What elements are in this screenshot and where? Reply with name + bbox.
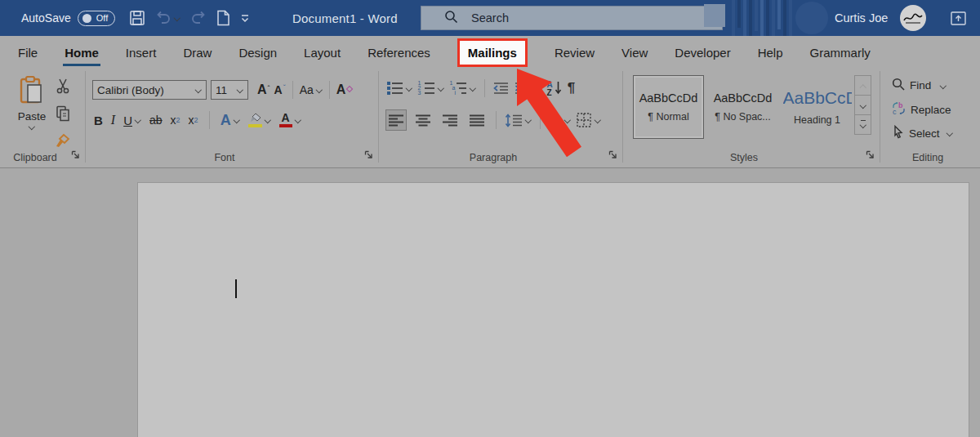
eraser-diamond-icon bbox=[346, 86, 353, 92]
tab-help[interactable]: Help bbox=[758, 36, 783, 69]
autosave-control: AutoSave Off bbox=[21, 0, 115, 36]
paste-icon bbox=[18, 76, 46, 109]
tab-developer[interactable]: Developer bbox=[675, 36, 730, 69]
user-name[interactable]: Curtis Joe bbox=[835, 0, 888, 36]
group-clipboard: Paste bbox=[0, 69, 85, 167]
sort-button[interactable]: A Z bbox=[547, 81, 562, 96]
search-icon bbox=[444, 10, 458, 27]
underline-button[interactable]: U bbox=[123, 114, 141, 127]
shading-bucket-icon bbox=[549, 114, 562, 127]
tab-mailings[interactable]: Mailings bbox=[457, 38, 528, 67]
redo-icon bbox=[190, 11, 207, 25]
save-icon[interactable] bbox=[129, 10, 145, 26]
tab-draw[interactable]: Draw bbox=[183, 36, 212, 69]
tab-insert[interactable]: Insert bbox=[126, 36, 157, 69]
align-right-button[interactable] bbox=[439, 109, 461, 131]
strikethrough-button[interactable]: ab bbox=[149, 114, 163, 127]
paragraph-dialog-launcher-icon[interactable] bbox=[608, 148, 617, 163]
align-left-button[interactable] bbox=[385, 109, 407, 131]
styles-dialog-launcher-icon[interactable] bbox=[866, 148, 875, 163]
group-font: Calibri (Body) 11 Aˆ Aˇ Aa A B bbox=[86, 69, 378, 167]
document-page[interactable] bbox=[137, 182, 969, 437]
tab-file[interactable]: File bbox=[18, 36, 38, 69]
paste-button[interactable]: Paste bbox=[13, 76, 51, 129]
text-highlight-button[interactable] bbox=[248, 113, 271, 127]
font-color-red-bar bbox=[279, 124, 292, 127]
font-color-button[interactable]: A bbox=[279, 113, 301, 127]
font-family-select[interactable]: Calibri (Body) bbox=[92, 80, 207, 100]
ribbon-display-options-icon[interactable] bbox=[951, 0, 966, 36]
styles-scroll-up-icon[interactable] bbox=[854, 75, 871, 96]
tab-design[interactable]: Design bbox=[238, 36, 277, 69]
highlighter-icon bbox=[248, 113, 262, 127]
paste-dropdown-icon[interactable] bbox=[29, 124, 35, 129]
italic-button[interactable]: I bbox=[111, 113, 115, 127]
font-size-select[interactable]: 11 bbox=[211, 80, 248, 100]
clipboard-group-label: Clipboard bbox=[0, 152, 70, 163]
clipboard-dialog-launcher-icon[interactable] bbox=[71, 148, 80, 163]
svg-text:c: c bbox=[893, 108, 897, 115]
style-card-heading1[interactable]: AaBbCcDd Heading 1 bbox=[782, 75, 853, 139]
editing-group-label: Editing bbox=[880, 152, 975, 163]
quick-access-toolbar bbox=[129, 0, 250, 36]
grow-font-button[interactable]: Aˆ bbox=[257, 82, 270, 97]
ribbon-tab-row: File Home Insert Draw Design Layout Refe… bbox=[0, 36, 980, 69]
bold-button[interactable]: B bbox=[94, 114, 103, 127]
tab-references[interactable]: References bbox=[368, 36, 430, 69]
tab-grammarly[interactable]: Grammarly bbox=[810, 36, 871, 69]
superscript-button[interactable]: x2 bbox=[189, 114, 198, 127]
bullets-icon bbox=[387, 82, 403, 95]
chevron-down-icon bbox=[195, 87, 202, 92]
styles-scroll-down-icon[interactable] bbox=[854, 95, 871, 115]
customize-toolbar-icon[interactable] bbox=[240, 14, 250, 23]
change-case-button[interactable]: Aa bbox=[300, 83, 323, 96]
group-styles: AaBbCcDd ¶ Normal AaBbCcDd ¶ No Spac... … bbox=[623, 69, 880, 167]
chevron-down-icon bbox=[237, 87, 243, 92]
chevron-down-icon bbox=[947, 131, 953, 136]
numbering-button[interactable]: 1 2 3 bbox=[418, 82, 444, 95]
shading-button[interactable] bbox=[549, 114, 571, 127]
tab-home[interactable]: Home bbox=[65, 36, 99, 69]
style-card-no-spacing[interactable]: AaBbCcDd ¶ No Spac... bbox=[707, 75, 778, 139]
chevron-down-icon bbox=[939, 83, 946, 88]
find-button[interactable]: Find bbox=[892, 78, 946, 93]
font-dialog-launcher-icon[interactable] bbox=[364, 148, 373, 163]
tab-review[interactable]: Review bbox=[555, 36, 595, 69]
cut-icon[interactable] bbox=[55, 78, 71, 97]
group-editing: Find b c Replace Selec bbox=[880, 69, 975, 167]
select-cursor-icon bbox=[892, 125, 904, 141]
format-painter-icon[interactable] bbox=[54, 133, 72, 153]
bullets-button[interactable] bbox=[387, 82, 412, 95]
font-size-value: 11 bbox=[216, 84, 227, 96]
shrink-font-button[interactable]: Aˇ bbox=[274, 83, 286, 96]
select-button[interactable]: Select bbox=[892, 125, 953, 141]
subscript-button[interactable]: x2 bbox=[171, 114, 180, 127]
align-center-button[interactable] bbox=[412, 109, 434, 131]
title-bar: AutoSave Off bbox=[0, 0, 980, 36]
text-effects-button[interactable]: A bbox=[220, 112, 240, 129]
find-icon bbox=[892, 78, 905, 93]
search-input[interactable]: Search bbox=[421, 6, 723, 30]
styles-group-label: Styles bbox=[623, 152, 865, 163]
tab-view[interactable]: View bbox=[621, 36, 648, 69]
font-group-label: Font bbox=[86, 152, 363, 163]
clear-formatting-button[interactable]: A bbox=[336, 82, 353, 97]
avatar[interactable] bbox=[900, 5, 926, 31]
line-spacing-button[interactable] bbox=[505, 114, 532, 127]
new-document-icon[interactable] bbox=[216, 10, 230, 26]
search-placeholder: Search bbox=[471, 11, 509, 25]
show-paragraph-marks-button[interactable]: ¶ bbox=[568, 80, 575, 96]
document-title: Document1 - Word bbox=[292, 0, 398, 36]
increase-indent-button[interactable] bbox=[514, 82, 530, 95]
text-cursor bbox=[235, 279, 237, 298]
multilevel-list-button[interactable]: 1 a i bbox=[450, 82, 476, 95]
style-card-normal[interactable]: AaBbCcDd ¶ Normal bbox=[633, 75, 704, 139]
copy-icon[interactable] bbox=[56, 105, 70, 125]
tab-layout[interactable]: Layout bbox=[304, 36, 341, 69]
justify-button[interactable] bbox=[466, 109, 488, 131]
decrease-indent-button[interactable] bbox=[493, 82, 509, 95]
borders-button[interactable] bbox=[577, 113, 601, 127]
autosave-toggle[interactable]: Off bbox=[78, 11, 115, 26]
styles-gallery-expand-icon[interactable] bbox=[854, 114, 871, 135]
replace-button[interactable]: b c Replace bbox=[892, 101, 951, 118]
